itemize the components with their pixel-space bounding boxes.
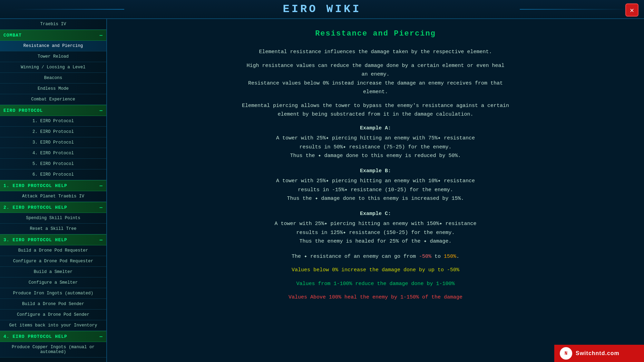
sidebar-item-eiro-1[interactable]: 1. EIRO Protocol (0, 116, 106, 127)
sidebar-item-eiro-2[interactable]: 2. EIRO Protocol (0, 127, 106, 137)
content-yellow-line: Values below 0% increase the damage done… (128, 266, 623, 275)
range-pos: 150% (444, 254, 456, 260)
sidebar-item-configure-drone-sender[interactable]: Configure a Drone Pod Sender (0, 310, 106, 320)
sidebar-item-configure-smelter[interactable]: Configure a Smelter (0, 277, 106, 288)
sidebar-item-produce-iron[interactable]: Produce Iron Ingots (automated) (0, 288, 106, 299)
nintendo-banner: N Switchntd.com (554, 345, 644, 362)
sidebar-section-eiro-help-2[interactable]: 2. EIRO Protocol Help — (0, 202, 106, 213)
nintendo-logo: N (560, 347, 572, 360)
content-p2: High resistance values can reduce the da… (128, 61, 623, 97)
sidebar-section-combat[interactable]: Combat — (0, 30, 106, 41)
collapse-icon-help1: — (100, 183, 103, 188)
example-a: Example A: A tower with 25%✦ piercing hi… (128, 124, 623, 160)
sidebar-section-eiro-protocol[interactable]: EIRO Protocol — (0, 105, 106, 116)
example-b: Example B: A tower with 25%✦ piercing hi… (128, 167, 623, 203)
sidebar-item-eiro-3[interactable]: 3. EIRO Protocol (0, 137, 106, 148)
sidebar-item-resistance-piercing[interactable]: Resistance and Piercing (0, 41, 106, 51)
app-title: EIRO Wiki (283, 3, 361, 16)
collapse-icon-help2: — (100, 205, 103, 210)
nintendo-text: Switchntd.com (576, 350, 619, 356)
sidebar-item-eiro-5[interactable]: 5. EIRO Protocol (0, 159, 106, 169)
range-neg: -50% (419, 254, 431, 260)
content-p1: Elemental resistance influences the dama… (128, 48, 623, 57)
sidebar-section-eiro-help-1[interactable]: 1. EIRO Protocol Help — (0, 180, 106, 191)
content-area: Resistance and Piercing Elemental resist… (107, 19, 644, 362)
close-button[interactable]: ✕ (625, 3, 638, 17)
sidebar-item-build-drone-requester[interactable]: Build a Drone Pod Requester (0, 245, 106, 256)
collapse-icon-eiro: — (100, 108, 103, 113)
content-green-line: Values from 1-100% reduce the damage don… (128, 280, 623, 288)
sidebar-item-reset-skill[interactable]: Reset a Skill Tree (0, 224, 106, 234)
sidebar-section-eiro-help-4[interactable]: 4. EIRO Protocol Help — (0, 331, 106, 342)
sidebar-item-eiro-4[interactable]: 4. EIRO Protocol (0, 148, 106, 159)
sidebar-item-build-smelter[interactable]: Build a Smelter (0, 267, 106, 277)
content-range-line: The ✦ resistance of an enemy can go from… (128, 252, 623, 261)
top-bar: EIRO Wiki ✕ (0, 0, 644, 19)
example-c: Example C: A tower with 25%✦ piercing hi… (128, 209, 623, 246)
sidebar-item-winning-loosing[interactable]: Winning / Loosing a Level (0, 62, 106, 73)
sidebar-item-configure-drone-requester[interactable]: Configure a Drone Pod Requester (0, 256, 106, 267)
sidebar-item-spending-skill[interactable]: Spending Skill Points (0, 213, 106, 224)
content-p3: Elemental piercing allows the tower to b… (128, 101, 623, 119)
sidebar-item-build-drone-sender[interactable]: Build a Drone Pod Sender (0, 299, 106, 310)
collapse-icon-help3: — (100, 237, 103, 243)
sidebar-item-combat-experience[interactable]: Combat Experience (0, 94, 106, 105)
sidebar-item-attack-planet[interactable]: Attack Planet Traebis IV (0, 191, 106, 202)
sidebar-item-get-items-inventory[interactable]: Get items back into your Inventory (0, 320, 106, 331)
sidebar-item-endless-mode[interactable]: Endless Mode (0, 84, 106, 94)
sidebar-item-beacons[interactable]: Beacons (0, 73, 106, 84)
collapse-icon: — (100, 32, 103, 38)
sidebar-item-tower-reload[interactable]: Tower Reload (0, 51, 106, 62)
sidebar-item-traebis-iv[interactable]: Traebis IV (0, 19, 106, 30)
sidebar: Traebis IV Combat — Resistance and Pierc… (0, 19, 107, 362)
content-body: Elemental resistance influences the dama… (128, 48, 623, 302)
main-layout: Traebis IV Combat — Resistance and Pierc… (0, 19, 644, 362)
sidebar-item-produce-copper[interactable]: Produce Copper Ingots (manual or automat… (0, 342, 106, 358)
content-title: Resistance and Piercing (128, 29, 623, 38)
sidebar-section-eiro-help-3[interactable]: 3. EIRO Protocol Help — (0, 234, 106, 245)
collapse-icon-help4: — (100, 334, 103, 339)
content-red-line: Values Above 100% heal the enemy by 1-15… (128, 293, 623, 302)
sidebar-item-eiro-6[interactable]: 6. EIRO Protocol (0, 169, 106, 180)
